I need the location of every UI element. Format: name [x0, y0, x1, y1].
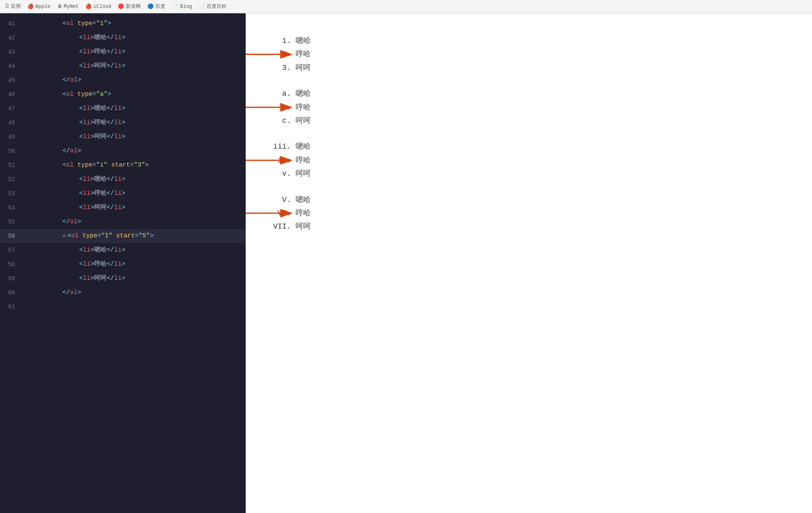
list-item: 哼哈: [296, 47, 795, 61]
preview-list-I: 嗯哈 哼哈 呵呵: [296, 193, 795, 234]
line-num-61: 61: [0, 300, 22, 314]
preview-list-a-section: 嗯哈 哼哈 呵呵: [287, 87, 795, 127]
code-lines: 41 <ol type="1"> 42 <li>嗯哈</li> 43 <li>哼…: [0, 13, 246, 317]
apple-bookmark[interactable]: 🍎 Apple: [27, 3, 50, 10]
icloud-bookmark[interactable]: 🍎 iCloud: [85, 3, 111, 10]
line-num-47: 47: [0, 102, 22, 116]
browser-bar: ⠿ 应用 🍎 Apple 🖥 MyNet 🍎 iCloud 🔴 新浪网 🔵 百度…: [0, 0, 812, 13]
code-panel: 41 <ol type="1"> 42 <li>嗯哈</li> 43 <li>哼…: [0, 13, 246, 513]
preview-list-I-section: 嗯哈 哼哈 呵呵: [287, 193, 795, 234]
list-item: 哼哈: [296, 101, 795, 114]
line-num-42: 42: [0, 31, 22, 45]
code-line-61: 61: [0, 300, 246, 314]
list-item: 哼哈: [296, 154, 795, 167]
preview-panel: 嗯哈 哼哈 呵呵 嗯哈 哼哈 呵呵 嗯哈 哼哈 呵呵 嗯哈: [246, 13, 812, 513]
line-num-41: 41: [0, 17, 22, 31]
list-item: 呵呵: [296, 114, 795, 127]
line-num-59: 59: [0, 271, 22, 286]
line-num-44: 44: [0, 59, 22, 73]
line-num-58: 58: [0, 257, 22, 271]
list-item: 哼哈: [296, 207, 795, 220]
line-num-51: 51: [0, 158, 22, 172]
line-num-57: 57: [0, 243, 22, 257]
baidu-bookmark[interactable]: 🔵 百度: [147, 3, 165, 10]
line-num-53: 53: [0, 187, 22, 201]
mynet-bookmark[interactable]: 🖥 MyNet: [57, 3, 79, 10]
line-num-50: 50: [0, 144, 22, 158]
line-num-55: 55: [0, 215, 22, 229]
code-line-60: 60 </ol>: [0, 286, 246, 300]
weibo-bookmark[interactable]: 🔴 新浪网: [118, 3, 141, 10]
line-num-56: 56: [0, 229, 22, 243]
list-item: 呵呵: [296, 220, 795, 233]
line-num-54: 54: [0, 201, 22, 215]
preview-list-1: 嗯哈 哼哈 呵呵: [296, 34, 795, 75]
list-item: 嗯哈: [296, 87, 795, 100]
line-num-46: 46: [0, 87, 22, 102]
line-num-45: 45: [0, 73, 22, 87]
preview-list-1-section: 嗯哈 哼哈 呵呵: [287, 34, 795, 75]
preview-list-i-section: 嗯哈 哼哈 呵呵: [287, 140, 795, 180]
line-num-48: 48: [0, 116, 22, 130]
list-item: 嗯哈: [296, 34, 795, 47]
line-num-52: 52: [0, 172, 22, 187]
apps-icon[interactable]: ⠿ 应用: [5, 3, 21, 10]
list-item: 嗯哈: [296, 140, 795, 153]
preview-list-a: 嗯哈 哼哈 呵呵: [296, 87, 795, 127]
preview-list-i: 嗯哈 哼哈 呵呵: [296, 140, 795, 180]
list-item: 呵呵: [296, 167, 795, 180]
main-content: 41 <ol type="1"> 42 <li>嗯哈</li> 43 <li>哼…: [0, 13, 812, 513]
line-num-49: 49: [0, 130, 22, 144]
baike-bookmark[interactable]: 📄 百度百科: [199, 3, 227, 10]
bing-bookmark[interactable]: 📄 Bing: [172, 3, 192, 10]
list-item: 嗯哈: [296, 193, 795, 207]
list-item: 呵呵: [296, 61, 795, 75]
line-num-60: 60: [0, 286, 22, 300]
line-num-43: 43: [0, 45, 22, 59]
